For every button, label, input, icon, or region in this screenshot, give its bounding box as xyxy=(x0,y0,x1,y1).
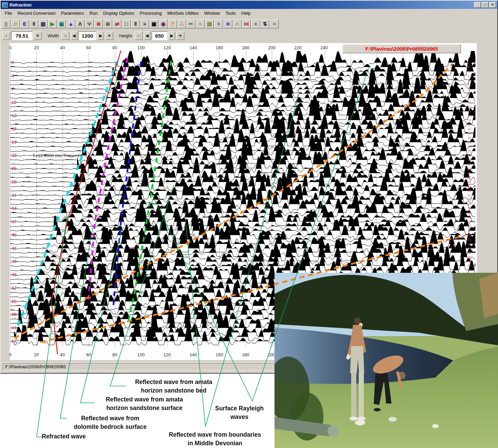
field-photo-graphic xyxy=(274,273,498,448)
cursor-readout: T=12.9000 ms, Trace=24 xyxy=(33,153,82,158)
label-reflected-devonian: Reflected wave from boundaries in Middle… xyxy=(153,431,277,448)
label-refracted-wave: Refracted wave xyxy=(42,432,124,441)
record-file-label: F:\Plavinas\2008\Pr08\fil20065 xyxy=(342,44,461,53)
label-reflected-amata-bed: Reflected wave from amata horizon sandst… xyxy=(116,378,231,395)
label-reflected-amata-surface: Reflected wave from amata horizon sandst… xyxy=(86,395,203,413)
label-reflected-dolomite: Reflected wave from dolomite bedrock sur… xyxy=(55,414,165,432)
field-photo xyxy=(274,273,498,448)
label-surface-rayleigh: Surface Rayleigh waves xyxy=(204,404,274,422)
